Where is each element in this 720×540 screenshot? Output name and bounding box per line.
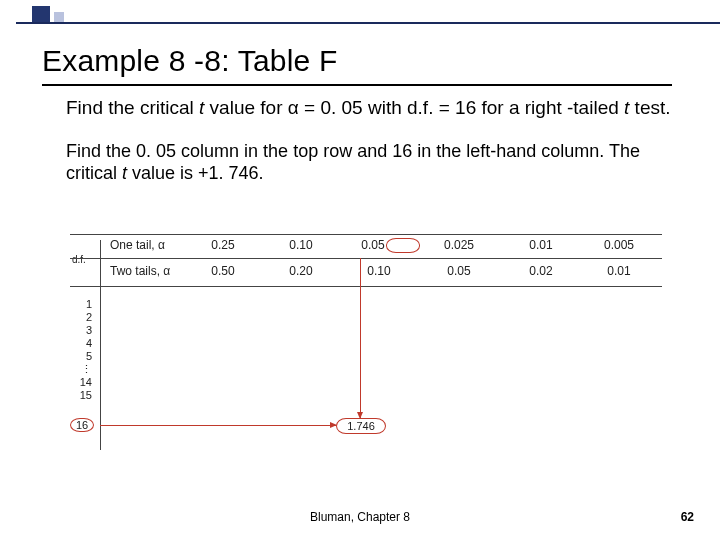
- page-number: 62: [681, 510, 694, 524]
- h-rule: [70, 286, 662, 287]
- title-underline: [42, 84, 672, 86]
- text: Find the critical: [66, 97, 199, 118]
- col-val: 0.01: [596, 264, 642, 278]
- df-row: 5: [78, 350, 92, 363]
- col-val: 0.01: [518, 238, 564, 252]
- header-rule: [16, 22, 720, 24]
- col-val: 0.02: [518, 264, 564, 278]
- text: = 0. 05 with d.f. = 16 for a right -tail…: [299, 97, 624, 118]
- col-val: 0.10: [278, 238, 324, 252]
- text: value for: [204, 97, 287, 118]
- paragraph-2: Find the 0. 05 column in the top row and…: [66, 140, 676, 185]
- df-column: d.f. 1 2 3 4 5 ⋮ 14 15 16: [70, 234, 102, 450]
- h-rule: [70, 234, 662, 235]
- col-val: 0.10: [356, 264, 402, 278]
- two-tail-label: Two tails, α: [110, 264, 170, 278]
- df-row: 1: [78, 298, 92, 311]
- slide: Example 8 -8: Table F Find the critical …: [0, 0, 720, 540]
- arrow-down-icon: [360, 258, 361, 418]
- one-tail-label: One tail, α: [110, 238, 165, 252]
- col-val: 0.025: [436, 238, 482, 252]
- df-row: 14: [78, 376, 92, 389]
- df-row-ellipsis: ⋮: [78, 363, 92, 376]
- df-16-highlight: 16: [70, 418, 94, 432]
- slide-title: Example 8 -8: Table F: [42, 44, 337, 78]
- arrow-right-icon: [100, 425, 336, 426]
- df-row: 15: [78, 389, 92, 402]
- text: value is +1. 746.: [127, 163, 264, 183]
- col-val: 0.25: [200, 238, 246, 252]
- table-f-figure: d.f. 1 2 3 4 5 ⋮ 14 15 16 One tail, α 0.…: [70, 234, 662, 450]
- df-rows: 1 2 3 4 5 ⋮ 14 15: [78, 298, 92, 402]
- body-text: Find the critical t value for α = 0. 05 …: [66, 96, 676, 185]
- t-value-highlight: 1.746: [336, 418, 386, 434]
- circle-0.05-icon: [386, 238, 420, 253]
- vertical-rule: [100, 240, 101, 450]
- header-decoration: [0, 0, 720, 28]
- col-val: 0.50: [200, 264, 246, 278]
- col-val: 0.005: [596, 238, 642, 252]
- df-row: 4: [78, 337, 92, 350]
- paragraph-1: Find the critical t value for α = 0. 05 …: [66, 96, 676, 120]
- df-row: 2: [78, 311, 92, 324]
- col-val: 0.05: [436, 264, 482, 278]
- two-tail-row: Two tails, α 0.50 0.20 0.10 0.05 0.02 0.…: [110, 264, 662, 284]
- text: test.: [629, 97, 670, 118]
- alpha-symbol: α: [288, 97, 299, 118]
- df-row: 3: [78, 324, 92, 337]
- h-rule: [70, 258, 662, 259]
- df-label: d.f.: [72, 254, 86, 265]
- footer-center: Bluman, Chapter 8: [0, 510, 720, 524]
- square-small-icon: [54, 12, 64, 22]
- col-val: 0.20: [278, 264, 324, 278]
